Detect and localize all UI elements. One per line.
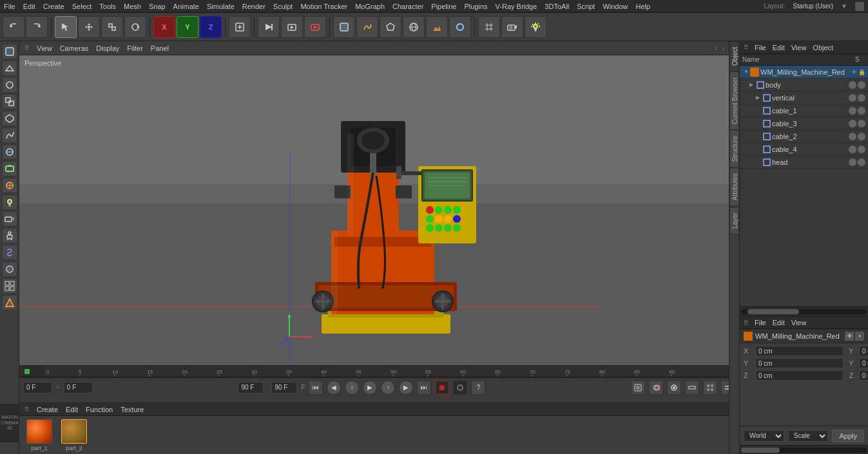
viewport-menu-display[interactable]: Display bbox=[96, 44, 119, 52]
om-menu-edit[interactable]: Edit bbox=[773, 44, 785, 52]
menu-pipeline[interactable]: Pipeline bbox=[431, 3, 456, 10]
sidebar-btn-camera[interactable] bbox=[2, 211, 17, 227]
mat-menu-edit[interactable]: Edit bbox=[66, 406, 78, 413]
om-dot-ren-c4[interactable] bbox=[858, 146, 865, 153]
solo-btn[interactable] bbox=[667, 381, 681, 395]
timeline-ruler[interactable]: 0 5 10 15 20 25 30 35 bbox=[19, 366, 739, 377]
motion-preview-btn[interactable] bbox=[631, 381, 645, 395]
rotate-tool-button[interactable] bbox=[124, 16, 146, 38]
attr-dot-btn[interactable]: • bbox=[855, 332, 864, 341]
attr-world-dropdown[interactable]: World bbox=[744, 430, 784, 442]
menu-edit[interactable]: Edit bbox=[23, 3, 35, 10]
om-dot-ren-c2[interactable] bbox=[858, 133, 865, 140]
extra-btn-1[interactable] bbox=[685, 381, 699, 395]
light-btn[interactable] bbox=[525, 16, 546, 38]
material-item-0[interactable]: part_1 bbox=[24, 419, 54, 451]
om-scrollbar[interactable] bbox=[740, 307, 868, 316]
om-menu-file[interactable]: File bbox=[755, 44, 766, 52]
tab-current-browser[interactable]: Current Browser bbox=[729, 71, 739, 130]
viewport-menu-cameras[interactable]: Cameras bbox=[60, 44, 89, 52]
attr-scrolltrack[interactable] bbox=[741, 448, 867, 453]
menu-render[interactable]: Render bbox=[242, 3, 265, 10]
menu-file[interactable]: File bbox=[4, 3, 15, 10]
attr-scrollthumb[interactable] bbox=[741, 448, 780, 453]
om-expand-body[interactable]: ▶ bbox=[747, 81, 755, 89]
grid-btn[interactable] bbox=[478, 16, 500, 38]
render-active-btn[interactable] bbox=[304, 16, 326, 38]
om-vis-icon-root[interactable]: 👁 bbox=[851, 69, 857, 75]
sidebar-btn-spline[interactable] bbox=[2, 128, 17, 143]
om-row-cable2[interactable]: cable_2 bbox=[740, 130, 868, 143]
undo-button[interactable] bbox=[3, 16, 24, 38]
om-expand-cable3[interactable] bbox=[754, 120, 762, 128]
sidebar-btn-1[interactable] bbox=[2, 61, 17, 76]
auto-key-btn[interactable] bbox=[453, 381, 467, 395]
viewport-menu-view[interactable]: View bbox=[37, 44, 52, 52]
attr-x2-pos[interactable] bbox=[755, 358, 844, 368]
extra-btn-2[interactable] bbox=[703, 381, 717, 395]
om-expand-cable1[interactable] bbox=[754, 107, 762, 115]
scale-tool-button[interactable] bbox=[101, 16, 123, 38]
frame-field[interactable] bbox=[23, 382, 52, 393]
sidebar-btn-4[interactable] bbox=[2, 111, 17, 126]
menu-plugins[interactable]: Plugins bbox=[464, 3, 487, 10]
prev-keyframe-btn[interactable]: ◀ bbox=[327, 381, 341, 395]
om-row-head[interactable]: head bbox=[740, 156, 868, 169]
om-dot-vis-v[interactable] bbox=[849, 94, 856, 102]
select-tool-button[interactable] bbox=[55, 16, 77, 38]
camera-btn[interactable] bbox=[501, 16, 523, 38]
attr-menu-file[interactable]: File bbox=[755, 319, 766, 326]
sidebar-btn-array[interactable] bbox=[2, 278, 17, 294]
om-dot-vis-c4[interactable] bbox=[849, 146, 856, 153]
menu-animate[interactable]: Animate bbox=[173, 3, 199, 10]
tab-structure[interactable]: Structure bbox=[729, 130, 739, 168]
polygon-mode-btn[interactable] bbox=[380, 16, 401, 38]
attr-x-pos[interactable] bbox=[755, 346, 844, 356]
om-row-cable4[interactable]: cable_4 bbox=[740, 143, 868, 156]
viewport-bg[interactable]: Perspective bbox=[19, 55, 739, 365]
menu-mograph[interactable]: MoGraph bbox=[355, 3, 385, 10]
om-expand-cable2[interactable] bbox=[754, 133, 762, 140]
om-row-root[interactable]: ▼ WM_Milling_Machine_Red 👁 🔒 bbox=[740, 66, 868, 79]
y-axis-button[interactable]: Y bbox=[177, 16, 198, 38]
om-dot-ren-v[interactable] bbox=[858, 94, 865, 102]
material-item-1[interactable]: part_2 bbox=[59, 419, 89, 451]
sidebar-btn-s[interactable] bbox=[2, 245, 17, 260]
sidebar-btn-light[interactable] bbox=[2, 194, 17, 210]
menu-tools[interactable]: Tools bbox=[99, 3, 116, 10]
om-dot-vis-h[interactable] bbox=[849, 158, 856, 166]
attr-y2-pos[interactable] bbox=[859, 358, 868, 368]
onion-skin-btn[interactable] bbox=[649, 381, 663, 395]
sidebar-btn-nurbs[interactable] bbox=[2, 144, 17, 160]
menu-window[interactable]: Window bbox=[603, 3, 628, 10]
mat-menu-function[interactable]: Function bbox=[86, 406, 113, 413]
mat-menu-create[interactable]: Create bbox=[37, 406, 58, 413]
viewport-menu-filter[interactable]: Filter bbox=[127, 44, 142, 52]
om-dot-vis-c3[interactable] bbox=[849, 120, 856, 128]
viewport-menu-panel[interactable]: Panel bbox=[151, 44, 169, 52]
next-frame-btn[interactable]: › bbox=[381, 381, 395, 395]
next-keyframe-btn[interactable]: ▶ bbox=[399, 381, 413, 395]
om-row-cable1[interactable]: cable_1 bbox=[740, 104, 868, 117]
menu-script[interactable]: Script bbox=[577, 3, 595, 10]
redo-button[interactable] bbox=[26, 16, 48, 38]
om-menu-view[interactable]: View bbox=[791, 44, 807, 52]
menu-character[interactable]: Character bbox=[392, 3, 423, 10]
om-dot-ren-body[interactable] bbox=[858, 81, 865, 89]
go-to-start-btn[interactable]: ⏮ bbox=[309, 381, 323, 395]
z-axis-button[interactable]: Z bbox=[200, 16, 222, 38]
attr-z2-pos[interactable] bbox=[859, 370, 868, 381]
layout-close-icon[interactable] bbox=[855, 2, 864, 11]
viewport[interactable]: ⠿ View Cameras Display Filter Panel ↕ ↓ … bbox=[19, 41, 739, 365]
attr-eye-btn[interactable]: 👁 bbox=[845, 332, 854, 341]
menu-motion-tracker[interactable]: Motion Tracker bbox=[300, 3, 347, 10]
end-fps-field-1[interactable] bbox=[238, 382, 264, 393]
sidebar-btn-cloner[interactable] bbox=[2, 295, 17, 310]
menu-vray-bridge[interactable]: V-Ray Bridge bbox=[496, 3, 537, 10]
om-expand-0[interactable]: ▼ bbox=[742, 68, 750, 76]
attr-scale-dropdown[interactable]: Scale bbox=[788, 430, 829, 442]
om-menu-object[interactable]: Object bbox=[813, 44, 833, 52]
om-expand-vertical[interactable]: ▶ bbox=[754, 94, 762, 102]
om-dot-ren-h[interactable] bbox=[858, 158, 865, 166]
om-dot-vis-body[interactable] bbox=[849, 81, 856, 89]
